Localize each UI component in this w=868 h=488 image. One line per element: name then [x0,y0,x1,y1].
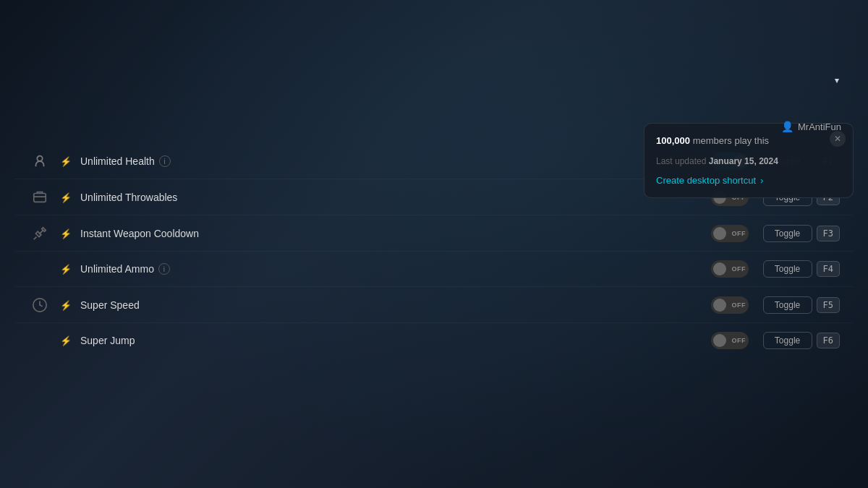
mod-name-super-speed: Super Speed [80,299,702,311]
lightning-icon-5: ⚡ [60,300,72,311]
lightning-icon-4: ⚡ [60,264,72,275]
mod-toggle-unlimited-ammo[interactable]: OFF [711,260,749,278]
mod-toggle-super-jump[interactable]: OFF [711,332,749,349]
info-updated: Last updated January 15, 2024 [656,156,841,166]
mod-name-unlimited-health: Unlimited Health i [80,155,702,167]
hotkey-f6: F6 [817,333,840,348]
lightning-icon-3: ⚡ [60,228,72,239]
mod-info-btn-4[interactable]: i [158,263,170,275]
play-chevron-icon: ▾ [835,76,839,85]
toggle-button-4[interactable]: Toggle [763,260,812,278]
svg-line-3 [39,230,43,234]
mod-name-unlimited-throwables: Unlimited Throwables [80,192,702,203]
mod-info-btn-1[interactable]: i [159,155,171,167]
category-icon-weapon [28,226,51,241]
hotkey-f4: F4 [817,261,840,277]
lightning-icon-6: ⚡ [60,335,72,346]
toggle-button-3[interactable]: Toggle [763,225,812,242]
mod-row-unlimited-ammo: ⚡ Unlimited Ammo i OFF Toggle F4 [15,252,853,287]
category-icon-health [28,153,51,169]
mod-name-super-jump: Super Jump [80,335,702,346]
mod-name-unlimited-ammo: Unlimited Ammo i [80,263,702,275]
svg-rect-1 [34,194,46,202]
lightning-icon-1: ⚡ [60,156,72,167]
info-close-button[interactable]: ✕ [830,131,846,147]
shortcut-label: Create desktop shortcut [656,175,756,186]
category-icon-speed [28,297,51,313]
toggle-button-6[interactable]: Toggle [763,332,812,349]
shortcut-chevron-icon: › [760,175,763,186]
mod-toggle-instant-weapon-cooldown[interactable]: OFF [711,225,749,242]
toggle-off-5[interactable]: OFF [711,296,749,314]
info-author: 👤 MrAntiFun [781,121,841,132]
author-name: MrAntiFun [798,121,841,132]
info-updated-date: January 15, 2024 [709,156,778,166]
mod-row-instant-weapon-cooldown: ⚡ Instant Weapon Cooldown OFF Toggle F3 [15,216,853,252]
mod-hotkey-area-5: Toggle F5 [763,296,840,314]
mod-hotkey-area-3: Toggle F3 [763,225,840,242]
info-members: 100,000 members play this [656,135,769,146]
toggle-button-5[interactable]: Toggle [763,296,812,314]
app-container: W 🔍 Home My games Explore Creators W WeM… [0,0,868,488]
mod-row-super-jump: ⚡ Super Jump OFF Toggle F6 [15,323,853,358]
hotkey-f3: F3 [817,226,840,241]
lightning-icon-2: ⚡ [60,192,72,203]
mod-toggle-super-speed[interactable]: OFF [711,296,749,314]
mod-name-instant-weapon-cooldown: Instant Weapon Cooldown [80,228,702,239]
mod-row-super-speed: ⚡ Super Speed OFF Toggle F5 [15,288,853,323]
author-icon: 👤 [781,121,793,132]
hotkey-f5: F5 [817,297,840,313]
toggle-off-6[interactable]: OFF [711,332,749,349]
mod-hotkey-area-6: Toggle F6 [763,332,840,349]
svg-point-0 [37,156,42,161]
toggle-off-4[interactable]: OFF [711,260,749,278]
category-icon-throwables [28,189,51,205]
info-shortcut-link[interactable]: Create desktop shortcut › [656,175,841,186]
info-panel: ✕ 100,000 members play this 👤 MrAntiFun … [644,123,854,198]
toggle-off-3[interactable]: OFF [711,225,749,242]
mod-hotkey-area-4: Toggle F4 [763,260,840,278]
